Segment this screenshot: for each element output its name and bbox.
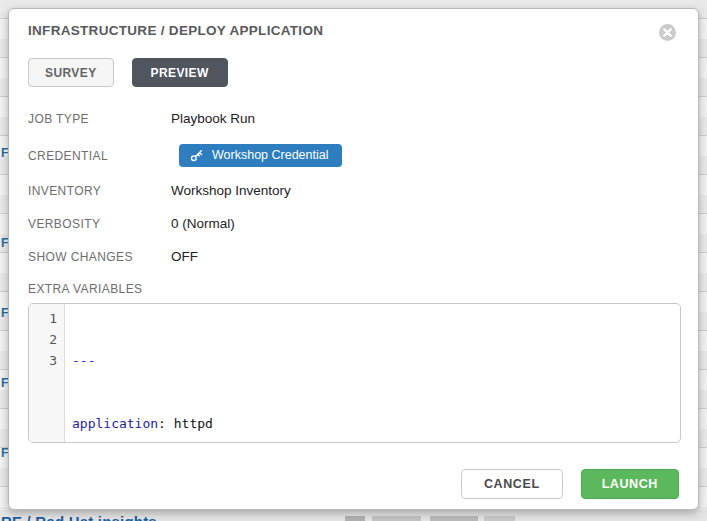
extra-variables-label: EXTRA VARIABLES: [28, 282, 679, 296]
verbosity-value: 0 (Normal): [171, 216, 235, 231]
show-changes-value: OFF: [171, 249, 198, 264]
modal-header: INFRASTRUCTURE / DEPLOY APPLICATION: [28, 23, 679, 39]
background-text-fragment: F: [1, 447, 8, 459]
code-line: application: httpd: [72, 413, 213, 434]
job-detail-fields: JOB TYPE Playbook Run CREDENTIAL Worksho…: [28, 111, 679, 264]
background-text-fragment: F: [1, 307, 8, 319]
close-icon[interactable]: [659, 24, 676, 41]
background-text-fragment: F: [1, 377, 8, 389]
inventory-label: INVENTORY: [28, 184, 171, 198]
extra-variables-editor[interactable]: 1 2 3 --- application: httpd: [28, 303, 681, 443]
background-text-fragment: F: [1, 147, 8, 159]
background-text-fragment: F: [1, 237, 8, 249]
show-changes-label: SHOW CHANGES: [28, 250, 171, 264]
cancel-button[interactable]: CANCEL: [461, 469, 563, 499]
credential-label: CREDENTIAL: [28, 149, 171, 163]
code-line: ---: [72, 350, 213, 371]
yaml-value: : httpd: [158, 416, 213, 431]
extra-variables-section: EXTRA VARIABLES 1 2 3 --- application: h…: [28, 282, 679, 443]
modal-title: INFRASTRUCTURE / DEPLOY APPLICATION: [28, 23, 679, 39]
deploy-application-modal: INFRASTRUCTURE / DEPLOY APPLICATION SURV…: [8, 8, 699, 510]
background-partial-heading: RE / Red Hat insights: [1, 513, 157, 521]
modal-tabs: SURVEY PREVIEW: [28, 58, 679, 87]
line-number: 3: [29, 350, 57, 371]
tab-survey[interactable]: SURVEY: [28, 58, 114, 87]
editor-line-number-gutter: 1 2 3: [29, 304, 65, 442]
modal-footer: CANCEL LAUNCH: [28, 469, 679, 499]
inventory-value: Workshop Inventory: [171, 183, 291, 198]
job-type-value: Playbook Run: [171, 111, 255, 126]
field-row-job-type: JOB TYPE Playbook Run: [28, 111, 679, 126]
launch-button[interactable]: LAUNCH: [581, 469, 679, 499]
credential-badge[interactable]: Workshop Credential: [179, 144, 342, 167]
field-row-show-changes: SHOW CHANGES OFF: [28, 249, 679, 264]
job-type-label: JOB TYPE: [28, 112, 171, 126]
field-row-credential: CREDENTIAL Workshop Credential: [28, 144, 679, 167]
verbosity-label: VERBOSITY: [28, 217, 171, 231]
background-page-strip: RE / Red Hat insights: [0, 510, 707, 521]
yaml-key: application: [72, 416, 158, 431]
field-row-inventory: INVENTORY Workshop Inventory: [28, 183, 679, 198]
editor-code-area[interactable]: --- application: httpd: [65, 304, 213, 442]
background-partial-text: [345, 516, 515, 521]
field-row-verbosity: VERBOSITY 0 (Normal): [28, 216, 679, 231]
yaml-doc-separator: ---: [72, 353, 95, 368]
key-icon: [190, 149, 203, 162]
tab-preview[interactable]: PREVIEW: [132, 58, 228, 87]
line-number: 2: [29, 329, 57, 350]
credential-badge-label: Workshop Credential: [212, 148, 329, 162]
line-number: 1: [29, 308, 57, 329]
